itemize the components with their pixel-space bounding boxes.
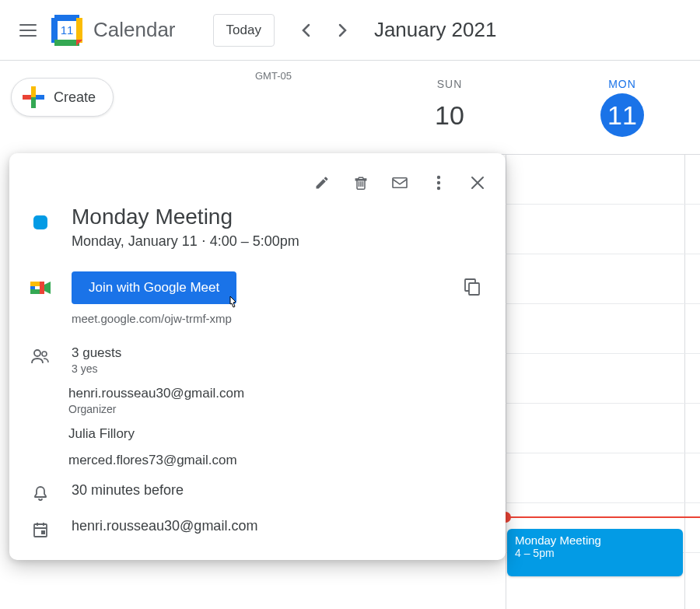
day-header-sun: SUN 10	[364, 78, 535, 137]
calendar-event[interactable]: Monday Meeting 4 – 5pm	[507, 529, 683, 576]
meet-row: Join with Google Meet meet.google.com/oj…	[25, 271, 487, 325]
svg-rect-10	[31, 97, 36, 108]
svg-marker-20	[44, 282, 51, 294]
email-button[interactable]	[383, 166, 417, 200]
grid-line	[506, 303, 700, 304]
main-menu-button[interactable]	[9, 12, 47, 49]
guest-list: henri.rousseau30@gmail.com Organizer Jul…	[68, 386, 487, 468]
svg-rect-9	[31, 86, 36, 97]
grid-line	[506, 353, 700, 354]
grid-line	[506, 453, 700, 453]
join-meet-label: Join with Google Meet	[89, 280, 219, 295]
plus-icon	[23, 86, 44, 108]
google-meet-icon	[30, 279, 51, 296]
now-indicator	[506, 516, 700, 518]
grid-line	[506, 502, 700, 503]
grid-line	[506, 254, 700, 254]
calendar-owner: henri.rousseau30@gmail.com	[72, 518, 487, 534]
svg-rect-4	[76, 18, 82, 43]
close-button[interactable]	[460, 166, 495, 200]
svg-point-13	[437, 181, 440, 184]
pencil-icon	[314, 175, 330, 191]
svg-rect-22	[469, 283, 479, 295]
svg-point-23	[34, 350, 40, 356]
popup-actions	[9, 161, 506, 205]
today-button[interactable]: Today	[213, 14, 275, 47]
day-abbr: SUN	[364, 78, 535, 90]
join-meet-button[interactable]: Join with Google Meet	[72, 271, 236, 304]
calendar-row: henri.rousseau30@gmail.com	[25, 518, 487, 538]
svg-rect-1	[54, 15, 79, 21]
guests-status: 3 yes	[72, 362, 487, 375]
event-details-popup: Monday Meeting Monday, January 11 ⋅ 4:00…	[9, 153, 506, 560]
day-abbr: MON	[544, 78, 700, 90]
popup-event-title: Monday Meeting	[72, 205, 487, 229]
copy-icon	[464, 278, 481, 296]
chevron-left-icon	[301, 23, 310, 37]
popup-event-datetime: Monday, January 11 ⋅ 4:00 – 5:00pm	[72, 233, 487, 250]
chevron-right-icon	[338, 23, 348, 37]
guest-email: merced.flores73@gmail.com	[68, 453, 487, 468]
svg-point-24	[42, 352, 47, 356]
title-row: Monday Meeting Monday, January 11 ⋅ 4:00…	[25, 205, 487, 250]
grid-line	[506, 403, 700, 404]
event-title: Monday Meeting	[515, 534, 675, 547]
close-icon	[471, 176, 485, 190]
guest-role: Organizer	[68, 403, 487, 415]
guests-count: 3 guests	[72, 345, 487, 361]
event-color-chip	[33, 215, 47, 229]
guest-item[interactable]: henri.rousseau30@gmail.com Organizer	[68, 386, 487, 415]
grid-divider	[684, 154, 685, 609]
envelope-icon	[391, 176, 408, 190]
next-button[interactable]	[327, 15, 359, 46]
more-options-button[interactable]	[422, 166, 456, 200]
date-nav	[290, 15, 359, 46]
reminder-text: 30 minutes before	[72, 482, 487, 499]
svg-rect-19	[40, 282, 44, 294]
guests-row: 3 guests 3 yes	[25, 345, 487, 375]
calendar-logo-icon: 11	[50, 13, 84, 47]
svg-point-14	[437, 187, 440, 190]
day-num[interactable]: 11	[600, 93, 644, 137]
create-label: Create	[54, 89, 96, 106]
dots-vertical-icon	[436, 175, 441, 191]
calendar-icon	[33, 521, 48, 538]
cursor-pointer-icon	[226, 295, 240, 310]
svg-point-12	[437, 176, 440, 179]
bell-icon	[33, 485, 48, 502]
edit-button[interactable]	[305, 166, 339, 200]
reminder-row: 30 minutes before	[25, 482, 487, 502]
grid-line	[506, 204, 700, 205]
svg-rect-2	[51, 18, 58, 43]
timezone-label: GMT-05	[255, 70, 292, 156]
svg-text:11: 11	[61, 23, 74, 37]
app-name: Calendar	[93, 18, 176, 42]
people-icon	[31, 348, 50, 364]
create-button[interactable]: Create	[11, 78, 114, 117]
guest-email: Julia Fillory	[68, 426, 487, 442]
day-num[interactable]: 10	[428, 93, 471, 137]
day-header-mon: MON 11	[544, 78, 700, 137]
grid-divider	[506, 154, 506, 609]
trash-icon	[353, 175, 369, 191]
guest-email: henri.rousseau30@gmail.com	[68, 386, 487, 401]
date-range-label: January 2021	[374, 18, 497, 42]
svg-rect-3	[54, 40, 79, 46]
svg-rect-26	[41, 530, 45, 534]
app-header: 11 Calendar Today January 2021	[0, 0, 700, 61]
guest-item[interactable]: merced.flores73@gmail.com	[68, 453, 487, 468]
event-time: 4 – 5pm	[515, 547, 675, 559]
svg-rect-11	[393, 178, 407, 188]
prev-button[interactable]	[290, 15, 321, 46]
meet-url: meet.google.com/ojw-trmf-xmp	[72, 312, 236, 325]
copy-link-button[interactable]	[457, 271, 487, 303]
app-logo-wrap: 11 Calendar	[50, 13, 176, 47]
hamburger-icon	[19, 24, 37, 37]
delete-button[interactable]	[344, 166, 378, 200]
guest-item[interactable]: Julia Fillory	[68, 426, 487, 442]
